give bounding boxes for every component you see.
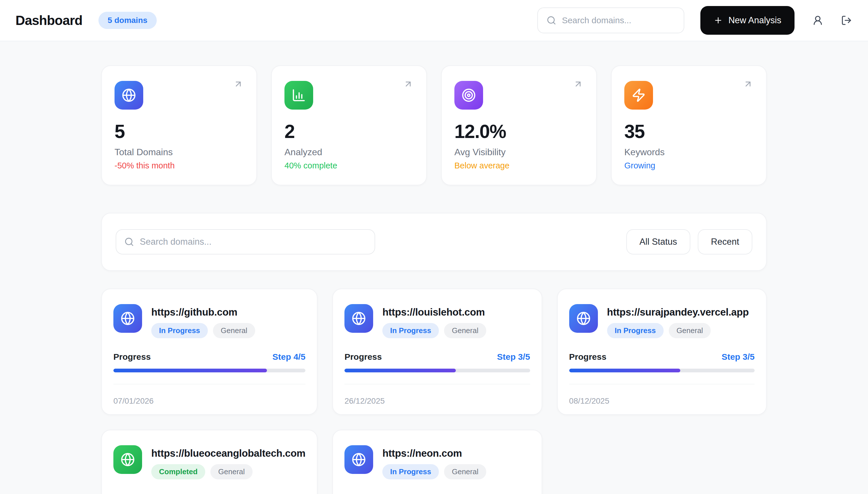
- stat-card[interactable]: 5 Total Domains -50% this month: [101, 65, 257, 185]
- progress-label: Progress: [113, 352, 151, 362]
- category-badge: General: [669, 323, 711, 338]
- domain-url: https://github.com: [151, 306, 255, 318]
- domain-info: https://blueoceanglobaltech.com Complete…: [151, 445, 306, 479]
- progress-section: Progress Step 3/5: [569, 352, 755, 372]
- plus-icon: [714, 16, 723, 25]
- stat-card[interactable]: 12.0% Avg Visibility Below average: [441, 65, 597, 185]
- progress-bar-fill: [569, 369, 681, 372]
- globe-icon: [345, 304, 373, 333]
- category-badge: General: [213, 323, 255, 338]
- status-badge: Completed: [151, 464, 205, 479]
- domain-url: https://neon.com: [382, 448, 486, 459]
- arrow-up-right-icon[interactable]: [233, 79, 243, 89]
- stat-card[interactable]: 35 Keywords Growing: [611, 65, 767, 185]
- zap-icon: [624, 81, 653, 110]
- progress-step: Step 3/5: [497, 352, 530, 362]
- domain-card-header: https://github.com In Progress General: [113, 289, 306, 338]
- domain-card[interactable]: https://neon.com In Progress General Pro…: [332, 430, 542, 494]
- card-divider: [113, 384, 306, 384]
- progress-bar: [569, 369, 755, 372]
- stat-value: 35: [624, 120, 754, 142]
- domain-card-header: https://louislehot.com In Progress Gener…: [345, 289, 530, 338]
- badges-row: Completed General: [151, 464, 306, 479]
- analysis-date: 07/01/2026: [113, 397, 306, 406]
- bar-chart-icon: [284, 81, 313, 110]
- domain-info: https://surajpandey.vercel.app In Progre…: [607, 304, 749, 338]
- progress-bar-fill: [113, 369, 267, 372]
- stat-card[interactable]: 2 Analyzed 40% complete: [271, 65, 427, 185]
- header: Dashboard 5 domains New Analysis: [0, 0, 868, 41]
- stats-row: 5 Total Domains -50% this month 2 Analyz…: [101, 65, 767, 185]
- domain-card[interactable]: https://surajpandey.vercel.app In Progre…: [557, 289, 767, 415]
- stat-delta: -50% this month: [114, 161, 244, 170]
- target-icon: [455, 81, 483, 110]
- progress-bar: [113, 369, 306, 372]
- progress-label: Progress: [569, 352, 607, 362]
- category-badge: General: [444, 464, 486, 479]
- domain-cards-grid: https://github.com In Progress General P…: [101, 289, 767, 494]
- arrow-up-right-icon[interactable]: [743, 79, 753, 89]
- status-filter-button[interactable]: All Status: [626, 229, 690, 254]
- globe-icon: [345, 445, 373, 474]
- domain-card-header: https://blueoceanglobaltech.com Complete…: [113, 430, 306, 479]
- domain-card[interactable]: https://louislehot.com In Progress Gener…: [332, 289, 542, 415]
- header-search-input[interactable]: [561, 15, 675, 25]
- sort-filter-button[interactable]: Recent: [698, 229, 752, 254]
- card-divider: [569, 384, 755, 384]
- badges-row: In Progress General: [382, 323, 486, 338]
- progress-bar-fill: [345, 369, 456, 372]
- new-analysis-label: New Analysis: [728, 15, 781, 25]
- progress-section: Progress Step 3/5: [345, 352, 530, 372]
- category-badge: General: [210, 464, 253, 479]
- domain-search-input[interactable]: [139, 236, 367, 247]
- search-icon: [547, 16, 556, 25]
- card-divider: [345, 384, 530, 384]
- stat-delta: 40% complete: [284, 161, 413, 170]
- stat-delta: Below average: [455, 161, 584, 170]
- domain-url: https://surajpandey.vercel.app: [607, 306, 749, 318]
- domain-search[interactable]: [116, 229, 375, 254]
- stat-label: Total Domains: [114, 147, 244, 157]
- progress-bar: [345, 369, 530, 372]
- status-badge: In Progress: [151, 323, 208, 338]
- domain-info: https://github.com In Progress General: [151, 304, 255, 338]
- progress-section: Progress Step 4/5: [113, 352, 306, 372]
- stat-label: Keywords: [624, 147, 754, 157]
- globe-icon: [114, 81, 143, 110]
- domain-card[interactable]: https://blueoceanglobaltech.com Complete…: [101, 430, 317, 494]
- arrow-up-right-icon[interactable]: [403, 79, 413, 89]
- metric-value: 0%: [284, 492, 306, 494]
- filter-bar: All Status Recent: [101, 213, 767, 271]
- badges-row: In Progress General: [382, 464, 486, 479]
- header-search[interactable]: [537, 7, 684, 33]
- logout-button[interactable]: [841, 15, 852, 26]
- metric-row: Visibility Score 0%: [113, 492, 306, 494]
- main-content: 5 Total Domains -50% this month 2 Analyz…: [101, 41, 767, 494]
- new-analysis-button[interactable]: New Analysis: [700, 6, 795, 35]
- stat-value: 5: [114, 120, 244, 142]
- domain-info: https://louislehot.com In Progress Gener…: [382, 304, 486, 338]
- globe-icon: [113, 304, 142, 333]
- progress-step: Step 3/5: [722, 352, 755, 362]
- domain-card[interactable]: https://github.com In Progress General P…: [101, 289, 317, 415]
- user-icon: [812, 15, 823, 26]
- progress-step: Step 4/5: [272, 352, 306, 362]
- search-icon: [124, 237, 134, 247]
- globe-icon: [569, 304, 598, 333]
- stat-label: Avg Visibility: [455, 147, 584, 157]
- status-badge: In Progress: [382, 323, 439, 338]
- stat-value: 2: [284, 120, 413, 142]
- status-badge: In Progress: [382, 464, 439, 479]
- analysis-date: 08/12/2025: [569, 397, 755, 406]
- domain-card-header: https://surajpandey.vercel.app In Progre…: [569, 289, 755, 338]
- stat-label: Analyzed: [284, 147, 413, 157]
- category-badge: General: [444, 323, 486, 338]
- arrow-up-right-icon[interactable]: [573, 79, 583, 89]
- badges-row: In Progress General: [607, 323, 749, 338]
- user-button[interactable]: [812, 15, 823, 26]
- domain-url: https://louislehot.com: [382, 306, 486, 318]
- domain-url: https://blueoceanglobaltech.com: [151, 448, 306, 459]
- status-badge: In Progress: [607, 323, 664, 338]
- stat-delta: Growing: [624, 161, 754, 170]
- logout-icon: [841, 15, 852, 26]
